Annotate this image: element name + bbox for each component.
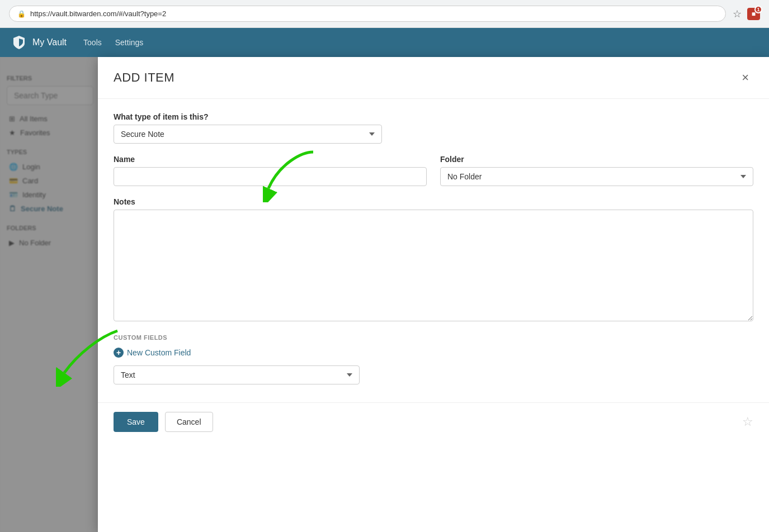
plus-icon: + xyxy=(114,348,124,358)
name-label: Name xyxy=(114,155,427,164)
app-container: My Vault Tools Settings FILTERS ⊞ All It… xyxy=(0,28,769,532)
bookmark-button[interactable]: ☆ xyxy=(733,8,742,20)
nav-my-vault[interactable]: My Vault xyxy=(32,37,67,48)
browser-bar: 🔒 https://vault.bitwarden.com/#/vault?ty… xyxy=(0,0,769,28)
new-custom-field-button[interactable]: + New Custom Field xyxy=(114,348,191,358)
browser-actions: ☆ ■ 1 xyxy=(733,8,760,20)
custom-fields-section: CUSTOM FIELDS + New Custom Field Text Hi… xyxy=(114,334,753,384)
modal-title: ADD ITEM xyxy=(114,70,174,85)
cancel-button[interactable]: Cancel xyxy=(165,412,213,432)
item-type-group: What type of item is this? Login Secure … xyxy=(114,112,753,144)
modal-overlay: ADD ITEM × What type of item is this? Lo… xyxy=(0,57,769,532)
type-question-label: What type of item is this? xyxy=(114,112,753,121)
url-bar[interactable]: 🔒 https://vault.bitwarden.com/#/vault?ty… xyxy=(9,6,726,22)
url-text: https://vault.bitwarden.com/#/vault?type… xyxy=(30,10,166,18)
modal-close-button[interactable]: × xyxy=(737,68,753,87)
content-area: FILTERS ⊞ All Items ★ Favorites TYPES 🌐 … xyxy=(0,57,769,532)
item-type-select[interactable]: Login Secure Note Card Identity xyxy=(114,125,382,144)
custom-field-type-select[interactable]: Text Hidden Boolean xyxy=(114,365,360,384)
notes-group: Notes xyxy=(114,197,753,323)
type-select-wrapper: Login Secure Note Card Identity xyxy=(114,125,382,144)
nav-bar: My Vault Tools Settings xyxy=(0,28,769,57)
nav-tools[interactable]: Tools xyxy=(83,38,102,47)
ext-badge: 1 xyxy=(754,6,762,13)
footer-actions: Save Cancel xyxy=(114,412,213,432)
logo: My Vault xyxy=(11,35,67,50)
bitwarden-logo-icon xyxy=(11,35,27,50)
notes-textarea[interactable] xyxy=(114,210,753,321)
folder-label: Folder xyxy=(440,155,753,164)
modal-header: ADD ITEM × xyxy=(98,57,769,99)
lock-icon: 🔒 xyxy=(17,10,26,18)
notes-label: Notes xyxy=(114,197,753,206)
custom-fields-title: CUSTOM FIELDS xyxy=(114,334,753,341)
name-col: Name xyxy=(114,155,427,186)
name-input[interactable] xyxy=(114,167,427,186)
custom-field-type-wrapper: Text Hidden Boolean xyxy=(114,365,360,384)
favorite-button[interactable]: ☆ xyxy=(742,415,753,429)
name-folder-row: Name Folder No Folder xyxy=(114,155,753,186)
new-custom-field-label: New Custom Field xyxy=(127,348,191,357)
extension-button[interactable]: ■ 1 xyxy=(747,8,760,20)
modal-footer: Save Cancel ☆ xyxy=(98,402,769,441)
save-button[interactable]: Save xyxy=(114,412,158,432)
nav-links: Tools Settings xyxy=(83,38,143,47)
nav-settings[interactable]: Settings xyxy=(115,38,144,47)
folder-select[interactable]: No Folder xyxy=(440,167,753,186)
modal-body: What type of item is this? Login Secure … xyxy=(98,99,769,398)
add-item-modal: ADD ITEM × What type of item is this? Lo… xyxy=(98,57,769,532)
folder-col: Folder No Folder xyxy=(440,155,753,186)
